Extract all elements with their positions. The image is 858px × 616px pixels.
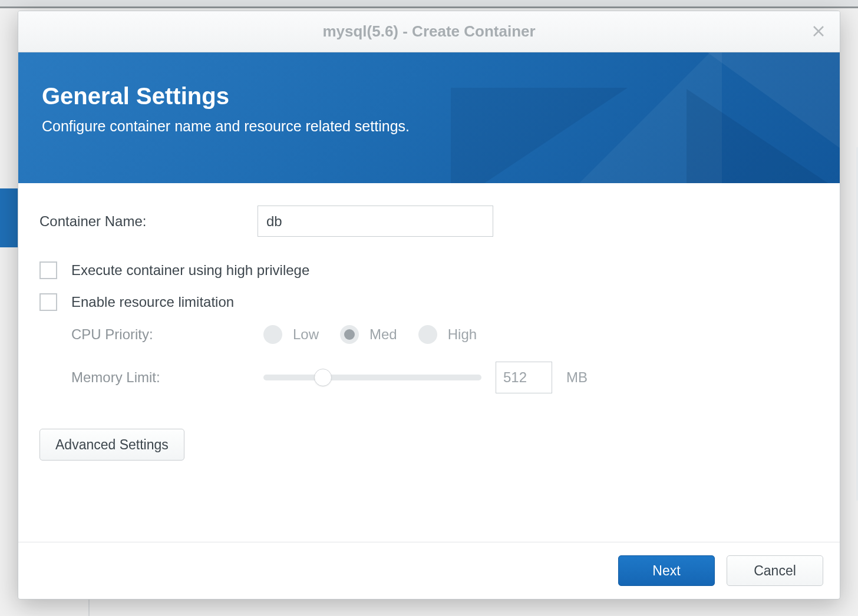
background-window-edge xyxy=(0,0,858,8)
container-name-row: Container Name: xyxy=(39,206,819,237)
resource-limit-label: Enable resource limitation xyxy=(71,294,234,310)
container-name-label: Container Name: xyxy=(39,213,258,230)
cpu-priority-radio-group: Low Med High xyxy=(263,325,487,344)
memory-limit-unit: MB xyxy=(566,369,588,386)
close-button[interactable] xyxy=(810,23,827,39)
high-privilege-checkbox[interactable] xyxy=(39,261,57,279)
create-container-modal: mysql(5.6) - Create Container General Se… xyxy=(18,11,840,600)
banner: General Settings Configure container nam… xyxy=(18,52,840,183)
next-button[interactable]: Next xyxy=(618,555,715,586)
cpu-priority-med-label: Med xyxy=(369,326,397,343)
modal-titlebar: mysql(5.6) - Create Container xyxy=(18,11,840,52)
cpu-priority-low-radio[interactable] xyxy=(263,325,282,344)
banner-subheading: Configure container name and resource re… xyxy=(42,118,816,135)
high-privilege-row: Execute container using high privilege xyxy=(39,261,819,279)
slider-track xyxy=(263,375,481,380)
memory-limit-label: Memory Limit: xyxy=(39,369,263,386)
cpu-priority-high-radio[interactable] xyxy=(418,325,437,344)
form-content: Container Name: Execute container using … xyxy=(18,183,840,542)
cpu-priority-low-label: Low xyxy=(293,326,319,343)
cpu-priority-high-label: High xyxy=(448,326,477,343)
advanced-settings-button[interactable]: Advanced Settings xyxy=(39,429,184,461)
cpu-priority-row: CPU Priority: Low Med High xyxy=(39,325,819,344)
cpu-priority-med-radio[interactable] xyxy=(340,325,359,344)
memory-limit-slider[interactable] xyxy=(263,369,481,386)
banner-heading: General Settings xyxy=(42,83,816,110)
resource-limit-checkbox[interactable] xyxy=(39,293,57,311)
slider-thumb[interactable] xyxy=(314,369,332,386)
close-icon xyxy=(812,25,825,38)
modal-footer: Next Cancel xyxy=(18,542,840,599)
high-privilege-label: Execute container using high privilege xyxy=(71,262,309,279)
resource-limit-row: Enable resource limitation xyxy=(39,293,819,311)
modal-title: mysql(5.6) - Create Container xyxy=(322,22,535,41)
container-name-input[interactable] xyxy=(258,206,493,237)
memory-limit-row: Memory Limit: MB xyxy=(39,362,819,393)
memory-limit-controls: MB xyxy=(263,362,588,393)
memory-limit-input[interactable] xyxy=(496,362,552,393)
cancel-button[interactable]: Cancel xyxy=(727,555,823,586)
cpu-priority-label: CPU Priority: xyxy=(39,326,263,343)
